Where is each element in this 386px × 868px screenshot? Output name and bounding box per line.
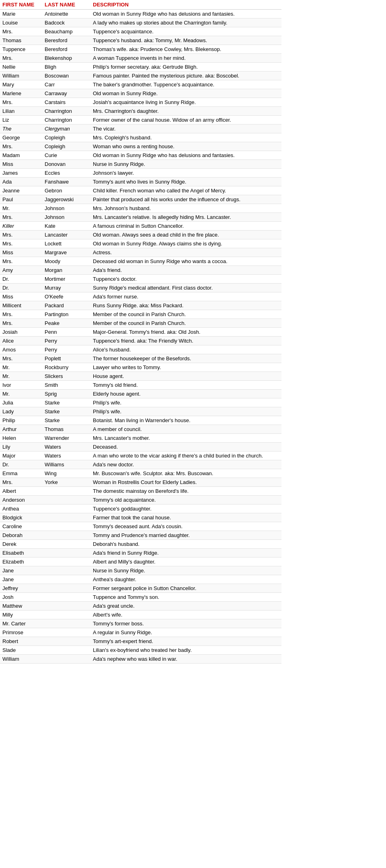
cell-description: Mr. Buscowan's wife. Sculptor. aka: Mrs.… [90,469,281,478]
cell-description: Tommy and Prudence's married daughter. [90,531,281,540]
cell-first-name: Jane [0,566,42,575]
table-row: AndersonTommy's old acquaintance. [0,496,281,504]
cell-first-name: Louise [0,18,42,27]
cell-last-name: Fanshawe [42,178,90,186]
cell-first-name: Derek [0,540,42,549]
table-row: Mrs.BlekenshopA woman Tuppence invents i… [0,54,281,63]
cell-last-name: Penn [42,328,90,337]
cell-last-name [42,566,90,575]
cell-last-name: Starke [42,416,90,425]
cell-last-name: Peake [42,319,90,328]
cell-description: Tuppence's acquaintance. [90,27,281,36]
table-header-row: FIRST NAME LAST NAME DESCRIPTION [0,0,281,10]
table-row: MillyAlbert's wife. [0,611,281,619]
table-row: MissMargraveActress. [0,248,281,257]
cell-first-name: Mrs. [0,239,42,248]
cell-first-name: The [0,125,42,133]
cell-first-name: Paul [0,195,42,204]
table-row: TheClergymanThe vicar. [0,125,281,133]
cell-last-name: Perry [42,337,90,345]
cell-first-name: Blodgick [0,513,42,522]
cell-first-name: James [0,169,42,178]
cell-description: Tommy's art-expert friend. [90,637,281,646]
table-row: AlbertThe domestic mainstay on Bereford'… [0,487,281,496]
table-row: AlicePerryTuppence's friend. aka: The Fr… [0,337,281,345]
table-row: JosiahPennMajor-General. Tommy's friend.… [0,328,281,337]
cell-description: Member of the council in Parish Church. [90,310,281,319]
table-row: JuliaStarkePhilip's wife. [0,398,281,407]
cell-last-name [42,558,90,566]
cell-last-name: Donovan [42,160,90,169]
cell-first-name: Mrs. [0,27,42,36]
cell-description: Farmer that took the canal house. [90,513,281,522]
cell-first-name: Arthur [0,425,42,434]
table-row: JaneNurse in Sunny Ridge. [0,566,281,575]
cell-description: Tommy's deceased aunt. Ada's cousin. [90,522,281,531]
cell-description: Josiah's acquaintance living in Sunny Ri… [90,98,281,107]
cell-last-name [42,540,90,549]
cell-last-name: Boscowan [42,71,90,80]
cell-first-name: Marie [0,10,42,18]
cell-last-name: O'Keefe [42,292,90,301]
table-row: WilliamBoscowanFamous painter. Painted t… [0,71,281,80]
cell-first-name: Lilian [0,107,42,116]
cell-first-name: Milly [0,611,42,619]
cell-description: Child killer. French woman who called th… [90,186,281,195]
cell-last-name [42,496,90,504]
cell-description: Philip's former secretary. aka: Gertrude… [90,63,281,71]
cell-last-name: Yorke [42,478,90,487]
cell-first-name: William [0,655,42,664]
table-row: ArthurThomasA member of council. [0,425,281,434]
cell-last-name [42,531,90,540]
cell-last-name: Waters [42,443,90,451]
cell-last-name [42,619,90,628]
cell-description: Tuppence's doctor. [90,275,281,284]
cell-description: Deborah's husband. [90,540,281,549]
cell-first-name: Matthew [0,602,42,611]
cell-last-name [42,628,90,637]
cell-last-name [42,593,90,602]
cell-last-name: Smith [42,381,90,390]
cell-first-name: Anderson [0,496,42,504]
cell-last-name: Copleigh [42,142,90,151]
table-row: AdaFanshaweTommy's aunt who lives in Sun… [0,178,281,186]
cell-first-name: Albert [0,487,42,496]
cell-last-name: Curie [42,151,90,160]
table-row: Dr.MurraySunny Ridge's medical attendant… [0,284,281,292]
cell-last-name [42,584,90,593]
table-row: PaulJaggerowskiPainter that produced all… [0,195,281,204]
table-row: Mrs.CarstairsJosiah's acquaintance livin… [0,98,281,107]
cell-description: Nurse in Sunny Ridge. [90,566,281,575]
cell-description: Ada's great uncle. [90,602,281,611]
cell-description: Tommy's aunt who lives in Sunny Ridge. [90,178,281,186]
table-row: LadyStarkePhilip's wife. [0,407,281,416]
table-row: PrimroseA regular in Sunny Ridge. [0,628,281,637]
table-row: JoshTuppence and Tommy's son. [0,593,281,602]
cell-last-name [42,637,90,646]
cell-first-name: Lady [0,407,42,416]
cell-first-name: Mr. [0,390,42,398]
cell-first-name: Tuppence [0,45,42,54]
cell-first-name: Mrs. [0,54,42,63]
cell-last-name: Sprig [42,390,90,398]
cell-description: Nurse in Sunny Ridge. [90,160,281,169]
cell-description: Elderly house agent. [90,390,281,398]
table-row: MissO'KeefeAda's former nurse. [0,292,281,301]
table-row: JamesEcclesJohnson's lawyer. [0,169,281,178]
cell-description: Tommy's former boss. [90,619,281,628]
cell-description: A member of council. [90,425,281,434]
cell-last-name: Mortimer [42,275,90,284]
cell-last-name [42,611,90,619]
table-row: ElisabethAda's friend in Sunny Ridge. [0,549,281,558]
header-last-name: LAST NAME [42,0,90,10]
cell-first-name: Elizabeth [0,558,42,566]
cell-last-name: Beresford [42,36,90,45]
cell-last-name [42,549,90,558]
cell-first-name: Helen [0,434,42,443]
table-row: JaneAnthea's daughter. [0,575,281,584]
table-row: ElizabethAlbert and Milly's daughter. [0,558,281,566]
cell-description: Philip's wife. [90,398,281,407]
cell-first-name: Killer [0,222,42,231]
table-row: Mr.SlickersHouse agent. [0,372,281,381]
cell-first-name: Mrs. [0,98,42,107]
